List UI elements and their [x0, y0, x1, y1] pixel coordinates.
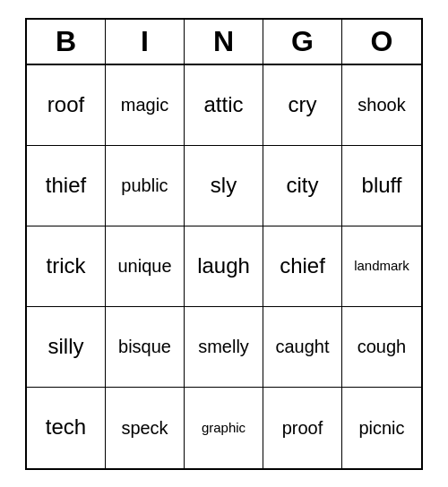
bingo-header: BINGO	[27, 20, 421, 65]
cell-text: trick	[47, 253, 86, 279]
bingo-card: BINGO roofmagicatticcryshookthiefpublics…	[25, 18, 423, 470]
cell-text: sly	[211, 173, 237, 199]
header-letter: B	[27, 20, 106, 64]
header-letter: G	[263, 20, 342, 64]
bingo-cell: trick	[27, 226, 106, 307]
bingo-cell: speck	[106, 388, 185, 468]
bingo-cell: tech	[27, 388, 106, 468]
bingo-cell: cough	[342, 307, 421, 388]
cell-text: picnic	[358, 417, 404, 439]
bingo-cell: shook	[342, 65, 421, 146]
bingo-cell: unique	[106, 226, 185, 307]
bingo-cell: graphic	[185, 388, 263, 468]
cell-text: graphic	[202, 420, 246, 436]
bingo-cell: attic	[185, 65, 263, 146]
cell-text: laugh	[197, 253, 250, 279]
bingo-cell: roof	[27, 65, 106, 146]
cell-text: proof	[282, 417, 323, 439]
cell-text: speck	[121, 417, 168, 439]
bingo-cell: magic	[106, 65, 185, 146]
bingo-cell: sly	[185, 146, 263, 226]
cell-text: landmark	[354, 258, 409, 274]
bingo-cell: landmark	[342, 226, 421, 307]
header-letter: N	[185, 20, 263, 64]
cell-text: smelly	[198, 336, 249, 357]
bingo-cell: smelly	[185, 307, 263, 388]
bingo-cell: public	[106, 146, 185, 226]
bingo-cell: silly	[27, 307, 106, 388]
bingo-cell: thief	[27, 146, 106, 226]
bingo-cell: chief	[263, 226, 342, 307]
header-letter: O	[342, 20, 421, 64]
bingo-cell: bluff	[342, 146, 421, 226]
cell-text: caught	[275, 336, 329, 357]
bingo-grid: roofmagicatticcryshookthiefpublicslycity…	[27, 65, 421, 468]
cell-text: cry	[289, 92, 317, 118]
cell-text: magic	[121, 94, 168, 115]
header-letter: I	[106, 20, 185, 64]
bingo-cell: proof	[263, 388, 342, 468]
cell-text: city	[287, 173, 319, 199]
cell-text: public	[121, 175, 168, 196]
cell-text: unique	[117, 255, 171, 277]
cell-text: attic	[203, 92, 243, 118]
cell-text: cough	[358, 336, 407, 357]
bingo-cell: laugh	[185, 226, 263, 307]
bingo-cell: picnic	[342, 388, 421, 468]
cell-text: bisque	[118, 336, 171, 357]
cell-text: shook	[358, 94, 405, 115]
cell-text: tech	[46, 414, 86, 440]
bingo-cell: caught	[263, 307, 342, 388]
bingo-cell: bisque	[106, 307, 185, 388]
cell-text: silly	[48, 334, 84, 360]
bingo-cell: cry	[263, 65, 342, 146]
cell-text: chief	[280, 253, 325, 279]
bingo-cell: city	[263, 146, 342, 226]
cell-text: thief	[46, 173, 86, 199]
cell-text: roof	[47, 92, 84, 118]
cell-text: bluff	[362, 173, 402, 199]
